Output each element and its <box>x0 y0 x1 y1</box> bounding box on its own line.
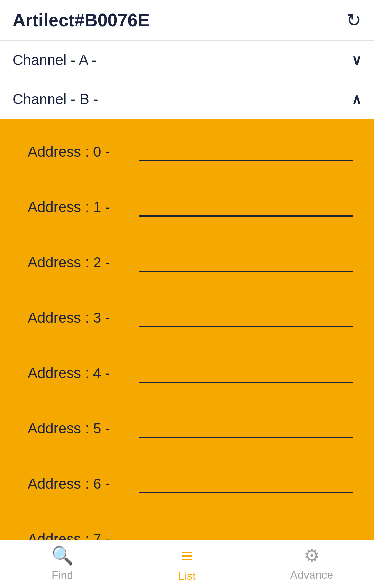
nav-find-label: Find <box>52 569 73 582</box>
bottom-nav: 🔍 Find ≡ List ⚙ Advance <box>0 540 374 588</box>
address-label-2: Address : 2 - <box>28 254 139 271</box>
nav-advance[interactable]: ⚙ Advance <box>249 545 374 581</box>
address-input-0[interactable] <box>139 140 353 161</box>
address-input-wrapper-1 <box>139 195 353 219</box>
address-input-wrapper-7 <box>139 527 353 540</box>
app-header: Artilect#B0076E ↻ <box>0 0 374 41</box>
address-input-wrapper-4 <box>139 361 353 385</box>
nav-list[interactable]: ≡ List <box>125 544 249 582</box>
channel-b-item[interactable]: Channel - B - ∧ <box>0 80 374 119</box>
nav-advance-label: Advance <box>290 569 333 581</box>
address-input-1[interactable] <box>139 195 353 217</box>
address-input-4[interactable] <box>139 361 353 383</box>
address-row: Address : 6 - <box>0 454 374 510</box>
nav-list-label: List <box>178 570 196 582</box>
app-title: Artilect#B0076E <box>12 10 150 30</box>
address-label-7: Address : 7 - <box>28 531 139 540</box>
nav-find[interactable]: 🔍 Find <box>0 545 125 582</box>
address-input-3[interactable] <box>139 306 353 327</box>
channel-b-label: Channel - B - <box>12 91 98 108</box>
address-row: Address : 1 - <box>0 178 374 233</box>
address-input-wrapper-5 <box>139 417 353 441</box>
address-label-6: Address : 6 - <box>28 476 139 492</box>
address-row: Address : 7 - <box>0 510 374 540</box>
address-input-2[interactable] <box>139 251 353 272</box>
address-input-5[interactable] <box>139 417 353 438</box>
address-input-wrapper-0 <box>139 140 353 164</box>
channel-b-chevron: ∧ <box>351 91 362 107</box>
address-row: Address : 5 - <box>0 399 374 454</box>
channel-list: Channel - A - ∨ Channel - B - ∧ <box>0 41 374 119</box>
address-section: Address : 0 -Address : 1 -Address : 2 -A… <box>0 119 374 540</box>
address-label-5: Address : 5 - <box>28 420 139 437</box>
address-label-0: Address : 0 - <box>28 144 139 160</box>
refresh-icon[interactable]: ↻ <box>346 10 362 30</box>
channel-a-chevron: ∨ <box>351 52 362 68</box>
address-row: Address : 2 - <box>0 233 374 288</box>
address-input-6[interactable] <box>139 472 353 493</box>
channel-a-label: Channel - A - <box>12 52 97 68</box>
channel-a-item[interactable]: Channel - A - ∨ <box>0 41 374 80</box>
address-input-wrapper-3 <box>139 306 353 330</box>
list-icon: ≡ <box>181 544 193 567</box>
address-label-3: Address : 3 - <box>28 310 139 326</box>
address-row: Address : 3 - <box>0 288 374 344</box>
address-row: Address : 0 - <box>0 122 374 178</box>
address-label-4: Address : 4 - <box>28 365 139 382</box>
advance-icon: ⚙ <box>304 545 320 566</box>
address-row: Address : 4 - <box>0 344 374 399</box>
address-input-wrapper-6 <box>139 472 353 496</box>
address-input-7[interactable] <box>139 527 353 540</box>
find-icon: 🔍 <box>51 545 74 566</box>
address-input-wrapper-2 <box>139 251 353 275</box>
address-label-1: Address : 1 - <box>28 199 139 215</box>
